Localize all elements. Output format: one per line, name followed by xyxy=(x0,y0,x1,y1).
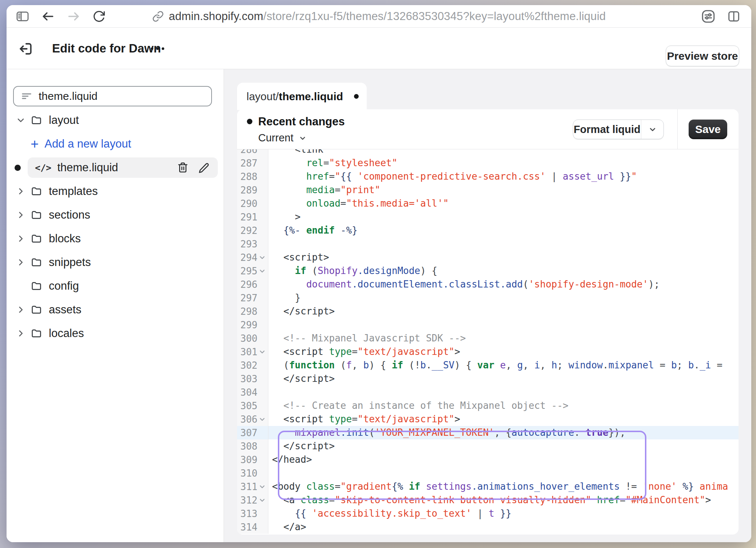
code-line-310[interactable]: 310 xyxy=(237,466,739,480)
code-line-301[interactable]: 301 <script type="text/javascript"> xyxy=(237,345,739,359)
reload-icon[interactable] xyxy=(91,8,107,24)
fold-chevron-icon[interactable] xyxy=(257,493,267,507)
code-line-303[interactable]: 303 </script> xyxy=(237,372,739,385)
code-line-294[interactable]: 294 <script> xyxy=(237,251,739,264)
format-liquid-button[interactable]: Format liquid xyxy=(573,120,664,139)
code-text[interactable]: <!-- Create an instance of the Mixpanel … xyxy=(268,399,739,412)
code-text[interactable]: onload="this.media='all'" xyxy=(268,197,739,210)
code-line-306[interactable]: 306 <script type="text/javascript"> xyxy=(237,412,739,426)
code-line-287[interactable]: 287 rel="stylesheet" xyxy=(237,156,739,170)
code-line-293[interactable]: 293 xyxy=(237,237,739,251)
code-line-309[interactable]: 309</head> xyxy=(237,453,739,466)
chevron-down-icon[interactable] xyxy=(16,116,25,125)
page-settings-icon[interactable] xyxy=(700,8,716,24)
save-button[interactable]: Save xyxy=(689,120,727,139)
delete-file-icon[interactable] xyxy=(177,162,189,173)
code-text[interactable]: } xyxy=(268,291,739,305)
code-line-292[interactable]: 292 {%- endif -%} xyxy=(237,224,739,237)
sidebar-item-add-a-new-layout[interactable]: +Add a new layout xyxy=(7,134,224,154)
code-text[interactable]: {{ 'accessibility.skip_to_text' | t }} xyxy=(268,507,739,520)
url-text[interactable]: admin.shopify.com/store/rzq1xu-f5/themes… xyxy=(169,10,606,23)
chevron-right-icon[interactable] xyxy=(16,258,25,267)
sidebar-item-config[interactable]: config xyxy=(7,276,224,296)
exit-icon[interactable] xyxy=(15,38,36,60)
code-line-305[interactable]: 305 <!-- Create an instance of the Mixpa… xyxy=(237,399,739,412)
code-text[interactable]: </head> xyxy=(268,453,739,466)
code-line-289[interactable]: 289 media="print" xyxy=(237,183,739,197)
code-line-308[interactable]: 308 </script> xyxy=(237,439,739,453)
fold-chevron-icon[interactable] xyxy=(257,480,267,493)
code-text[interactable]: mixpanel.init('YOUR_MIXPANEL_TOKEN', {au… xyxy=(268,426,739,439)
code-line-304[interactable]: 304 xyxy=(237,385,739,399)
code-line-299[interactable]: 299 xyxy=(237,318,739,332)
code-text[interactable]: </script> xyxy=(268,439,739,453)
code-text[interactable]: </script> xyxy=(268,305,739,318)
code-line-314[interactable]: 314 </a> xyxy=(237,520,739,534)
sidebar-item-locales[interactable]: locales xyxy=(7,323,224,344)
code-text[interactable] xyxy=(268,385,739,399)
code-text[interactable]: <body class="gradient{% if settings.anim… xyxy=(268,480,739,493)
chevron-right-icon[interactable] xyxy=(16,234,25,243)
code-text[interactable]: href="{{ 'component-predictive-search.cs… xyxy=(268,170,739,183)
fold-chevron-icon[interactable] xyxy=(257,264,267,278)
code-text[interactable]: (function (f, b) { if (!b.__SV) { var e,… xyxy=(268,359,739,372)
code-text[interactable]: document.documentElement.classList.add('… xyxy=(268,278,739,291)
code-text[interactable]: > xyxy=(268,210,739,224)
sidebar-toggle-icon[interactable] xyxy=(15,8,31,24)
code-line-302[interactable]: 302 (function (f, b) { if (!b.__SV) { va… xyxy=(237,359,739,372)
sidebar-item-theme-liquid[interactable]: </>theme.liquid xyxy=(7,157,224,178)
fold-chevron-icon[interactable] xyxy=(257,345,267,359)
code-text[interactable] xyxy=(268,237,739,251)
code-line-297[interactable]: 297 } xyxy=(237,291,739,305)
version-dropdown[interactable]: Current xyxy=(258,132,307,144)
preview-store-button[interactable]: Preview store xyxy=(666,46,739,66)
sidebar-item-templates[interactable]: templates xyxy=(7,181,224,201)
tab-theme-liquid[interactable]: layout/theme.liquid xyxy=(237,83,367,110)
back-icon[interactable] xyxy=(40,8,56,24)
sidebar-item-blocks[interactable]: blocks xyxy=(7,228,224,249)
rename-file-icon[interactable] xyxy=(198,162,210,173)
chevron-right-icon[interactable] xyxy=(16,329,25,338)
code-text[interactable]: </script> xyxy=(268,372,739,385)
code-text[interactable]: if (Shopify.designMode) { xyxy=(268,264,739,278)
code-line-286[interactable]: 286 <link xyxy=(237,149,739,156)
code-text[interactable]: <script> xyxy=(268,251,739,264)
file-search[interactable] xyxy=(13,86,212,106)
code-line-307[interactable]: 307 mixpanel.init('YOUR_MIXPANEL_TOKEN',… xyxy=(237,426,739,439)
code-line-311[interactable]: 311<body class="gradient{% if settings.a… xyxy=(237,480,739,493)
fold-chevron-icon[interactable] xyxy=(257,251,267,264)
sidebar-item-assets[interactable]: assets xyxy=(7,300,224,320)
code-text[interactable] xyxy=(268,318,739,332)
code-line-295[interactable]: 295 if (Shopify.designMode) { xyxy=(237,264,739,278)
more-menu-icon[interactable] xyxy=(151,28,164,69)
code-text[interactable]: media="print" xyxy=(268,183,739,197)
sidebar-item-snippets[interactable]: snippets xyxy=(7,252,224,273)
code-line-291[interactable]: 291 > xyxy=(237,210,739,224)
fold-chevron-icon[interactable] xyxy=(257,412,267,426)
split-view-icon[interactable] xyxy=(726,8,742,24)
chevron-right-icon[interactable] xyxy=(16,187,25,196)
format-options-toggle[interactable] xyxy=(641,120,664,139)
code-text[interactable]: <script type="text/javascript"> xyxy=(268,412,739,426)
chevron-right-icon[interactable] xyxy=(16,305,25,314)
code-text[interactable]: <!-- Mixpanel Javascript SDK --> xyxy=(268,332,739,345)
forward-icon[interactable] xyxy=(66,8,82,24)
sidebar-item-sections[interactable]: sections xyxy=(7,205,224,225)
code-text[interactable]: </a> xyxy=(268,520,739,534)
search-input[interactable] xyxy=(39,90,192,102)
code-editor[interactable]: 286 <link287 rel="stylesheet"288 href="{… xyxy=(237,149,739,535)
code-line-288[interactable]: 288 href="{{ 'component-predictive-searc… xyxy=(237,170,739,183)
code-text[interactable]: <script type="text/javascript"> xyxy=(268,345,739,359)
code-line-312[interactable]: 312 <a class="skip-to-content-link butto… xyxy=(237,493,739,507)
code-text[interactable] xyxy=(268,466,739,480)
code-line-298[interactable]: 298 </script> xyxy=(237,305,739,318)
code-text[interactable]: <a class="skip-to-content-link button vi… xyxy=(268,493,739,507)
chevron-right-icon[interactable] xyxy=(16,210,25,220)
sidebar-item-layout[interactable]: layout xyxy=(7,110,224,130)
code-line-290[interactable]: 290 onload="this.media='all'" xyxy=(237,197,739,210)
code-line-313[interactable]: 313 {{ 'accessibility.skip_to_text' | t … xyxy=(237,507,739,520)
code-line-300[interactable]: 300 <!-- Mixpanel Javascript SDK --> xyxy=(237,332,739,345)
code-text[interactable]: rel="stylesheet" xyxy=(268,156,739,170)
selected-file-row[interactable]: </>theme.liquid xyxy=(28,157,218,178)
code-line-296[interactable]: 296 document.documentElement.classList.a… xyxy=(237,278,739,291)
